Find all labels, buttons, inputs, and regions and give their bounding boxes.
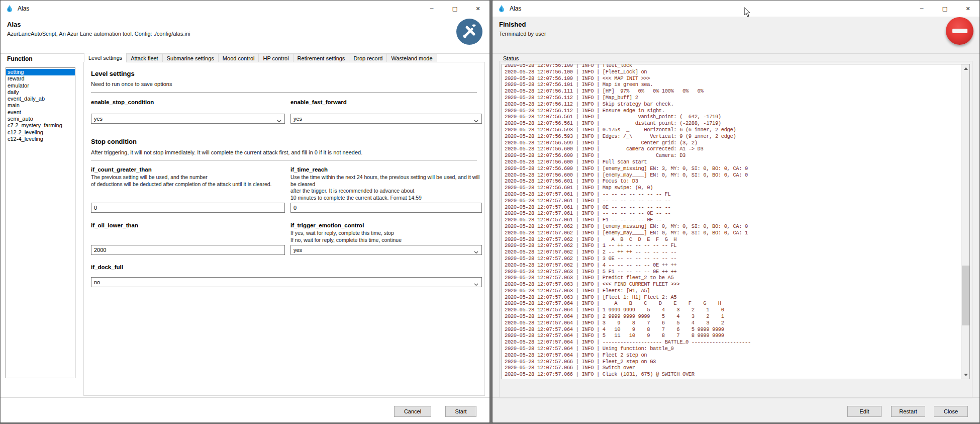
- if-time-reach-description: Use the time within the next 24 hours, t…: [290, 174, 483, 201]
- alas-droplet-icon: [6, 5, 14, 13]
- stop-sign-bar: [952, 29, 967, 33]
- maximize-button[interactable]: □: [933, 1, 956, 17]
- if-trigger-emotion-control-label: if_trigger_emotion_control: [290, 222, 364, 228]
- if-time-reach-input[interactable]: [290, 203, 482, 213]
- enable-stop-condition-select[interactable]: yes: [91, 114, 285, 124]
- function-list-item-8[interactable]: c7-2_mystery_farming: [6, 122, 75, 129]
- stop-condition-note: After triggering, it will not stop immed…: [91, 149, 362, 155]
- tab-5[interactable]: Retirement settings: [293, 54, 350, 62]
- start-button[interactable]: Start: [445, 406, 476, 417]
- status-log-box[interactable]: 2020-05-28 12:07:56.100 | INFO | fleet_l…: [502, 64, 970, 379]
- if-dock-full-value: no: [94, 279, 100, 285]
- enable-fast-forward-select[interactable]: yes: [290, 114, 482, 124]
- function-list-item-6[interactable]: event: [6, 109, 75, 116]
- function-list-item-10[interactable]: c12-4_leveling: [6, 136, 75, 142]
- tab-4[interactable]: HP control: [258, 54, 293, 62]
- chevron-down-icon: [474, 118, 478, 124]
- function-list-item-9[interactable]: c12-2_leveling: [6, 129, 75, 136]
- titlebar[interactable]: Alas ─ □ ✕: [493, 1, 979, 17]
- if-count-greater-than-input[interactable]: [91, 203, 285, 213]
- function-list-item-3[interactable]: daily: [6, 89, 75, 96]
- edit-button[interactable]: Edit: [847, 406, 881, 417]
- scrollbar-thumb[interactable]: [962, 266, 969, 325]
- stop-condition-divider: [91, 160, 477, 160]
- close-icon: ✕: [475, 6, 480, 12]
- tab-3[interactable]: Mood control: [218, 54, 259, 62]
- cancel-button[interactable]: Cancel: [394, 406, 431, 417]
- if-count-greater-than-description: The previous setting will be used, and t…: [91, 174, 293, 188]
- tools-wrench-icon: [456, 19, 482, 45]
- tab-content-panel: [83, 62, 485, 396]
- close-button[interactable]: ✕: [956, 1, 979, 17]
- function-list-item-4[interactable]: event_daily_ab: [6, 96, 75, 102]
- header-divider: [493, 53, 979, 54]
- function-list-item-0[interactable]: setting: [6, 69, 75, 75]
- scroll-down-icon[interactable]: [961, 371, 970, 379]
- chevron-down-icon: [474, 281, 478, 287]
- status-log[interactable]: 2020-05-28 12:07:56.100 | INFO | fleet_l…: [505, 64, 960, 378]
- section-title: Level settings: [91, 70, 135, 77]
- log-scrollbar[interactable]: [961, 64, 969, 379]
- maximize-icon: □: [942, 6, 947, 12]
- enable-stop-condition-label: enable_stop_condition: [91, 99, 154, 105]
- alas-config-window: Alas ─ □ ✕ Alas AzurLaneAutoScript, An A…: [0, 0, 490, 423]
- if-count-greater-than-label: if_count_greater_than: [91, 166, 152, 173]
- desktop: Alas ─ □ ✕ Alas AzurLaneAutoScript, An A…: [0, 0, 980, 424]
- function-list-item-5[interactable]: main: [6, 102, 75, 109]
- alas-log-window: Alas ─ □ ✕ Finished Terminated by user S…: [492, 0, 980, 423]
- section-divider: [91, 92, 477, 93]
- chevron-down-icon: [277, 118, 281, 124]
- window-controls: ─ □ ✕: [910, 1, 979, 17]
- scroll-up-icon[interactable]: [961, 64, 970, 72]
- section-note: Need to run once to save options: [91, 81, 172, 87]
- enable-stop-condition-value: yes: [94, 116, 103, 122]
- tab-2[interactable]: Submarine settings: [162, 54, 219, 62]
- enable-fast-forward-value: yes: [293, 116, 302, 122]
- tab-1[interactable]: Attack fleet: [126, 54, 162, 62]
- page-title: Alas: [7, 21, 21, 28]
- if-trigger-emotion-control-select[interactable]: yes: [290, 245, 482, 255]
- window-controls: ─ □ ✕: [420, 1, 489, 17]
- page-subtitle: AzurLaneAutoScript, An Azur Lane automat…: [7, 31, 190, 37]
- if-dock-full-select[interactable]: no: [91, 277, 482, 287]
- function-list-item-2[interactable]: emulator: [6, 82, 75, 89]
- mouse-cursor: [744, 7, 750, 19]
- minimize-button[interactable]: ─: [420, 1, 443, 17]
- run-state-subtitle: Terminated by user: [499, 31, 546, 37]
- minimize-button[interactable]: ─: [910, 1, 933, 17]
- stop-condition-heading: Stop condition: [91, 138, 137, 145]
- if-time-reach-label: if_time_reach: [290, 166, 328, 173]
- maximize-button[interactable]: □: [443, 1, 466, 17]
- if-dock-full-label: if_dock_full: [91, 264, 123, 270]
- function-list-item-7[interactable]: semi_auto: [6, 116, 75, 122]
- if-trigger-emotion-control-value: yes: [293, 247, 302, 253]
- maximize-icon: □: [452, 6, 457, 12]
- tab-6[interactable]: Drop record: [349, 54, 387, 62]
- function-panel-label: Function: [7, 55, 33, 62]
- restart-button[interactable]: Restart: [891, 406, 925, 417]
- enable-fast-forward-label: enable_fast_forward: [290, 99, 347, 105]
- tab-7[interactable]: Wasteland mode: [386, 54, 437, 62]
- footer-divider: [1, 397, 489, 398]
- tab-0[interactable]: Level settings: [84, 53, 127, 62]
- close-button[interactable]: ✕: [466, 1, 489, 17]
- if-oil-lower-than-input[interactable]: [91, 245, 285, 255]
- run-state-title: Finished: [499, 21, 526, 28]
- alas-droplet-icon: [498, 5, 506, 13]
- function-list[interactable]: settingrewardemulatordailyevent_daily_ab…: [6, 67, 75, 378]
- close-icon: ✕: [965, 6, 970, 12]
- window-title: Alas: [510, 5, 521, 12]
- chevron-down-icon: [474, 249, 478, 255]
- minimize-icon: ─: [920, 6, 924, 12]
- minimize-icon: ─: [430, 6, 434, 12]
- window-title: Alas: [18, 5, 29, 12]
- if-trigger-emotion-control-description: If yes, wait for reply, complete this ti…: [290, 230, 483, 243]
- footer-divider: [493, 397, 979, 398]
- close-dialog-button[interactable]: Close: [934, 406, 968, 417]
- stop-sign-icon: [946, 17, 973, 45]
- titlebar[interactable]: Alas ─ □ ✕: [1, 1, 489, 17]
- settings-tabbar: Level settingsAttack fleetSubmarine sett…: [84, 53, 437, 62]
- function-list-item-1[interactable]: reward: [6, 75, 75, 82]
- if-oil-lower-than-label: if_oil_lower_than: [91, 222, 138, 228]
